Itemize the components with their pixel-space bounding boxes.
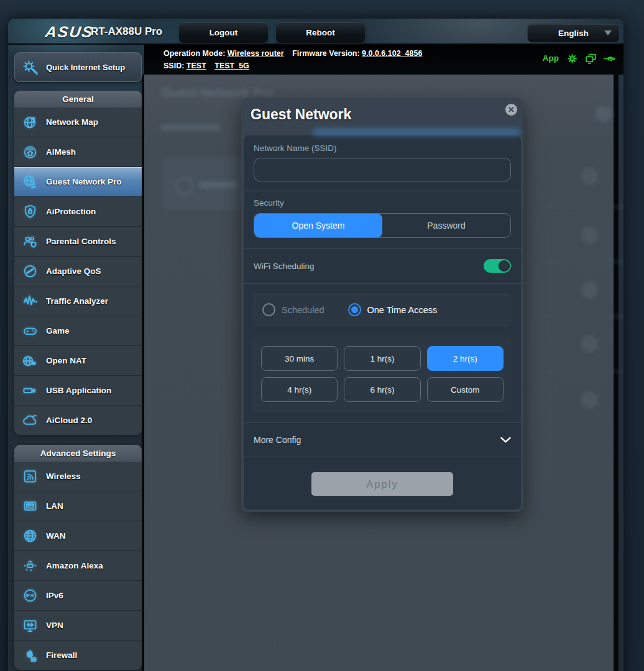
gear-icon[interactable] <box>566 52 579 65</box>
sidebar-item-label: WAN <box>46 531 66 541</box>
more-config-label: More Config <box>254 435 301 445</box>
apply-button[interactable]: Apply <box>311 472 453 496</box>
sidebar-item-label: Wireless <box>46 472 80 481</box>
content-area: Guest Network Pro Guest Network ✕ <box>142 75 619 671</box>
sidebar-item-traffic-analyzer[interactable]: Traffic Analyzer <box>14 286 142 316</box>
game-icon <box>22 322 39 339</box>
logout-button[interactable]: Logout <box>178 22 269 43</box>
duration-button-2-hr-s[interactable]: 2 hr(s) <box>427 346 504 371</box>
row-divider-blurred <box>542 371 623 372</box>
ssid-link-1[interactable]: TEST <box>186 62 206 70</box>
toggle-knob <box>499 260 510 272</box>
sidebar-item-quick-internet-setup[interactable]: Quick Internet Setup <box>14 52 142 82</box>
section-header-general: General <box>14 91 142 107</box>
sidebar-item-label: Adaptive QoS <box>46 267 101 276</box>
firmware-label: Firmware Version: <box>292 49 359 58</box>
sidebar-item-amazon-alexa[interactable]: Amazon Alexa <box>14 551 142 581</box>
sidebar-item-label: USB Application <box>46 386 111 395</box>
radio-icon <box>348 303 361 316</box>
app-link[interactable]: App <box>543 53 559 63</box>
chevron-down-icon <box>500 437 511 443</box>
duration-button-4-hr-s[interactable]: 4 hr(s) <box>261 377 338 402</box>
firmware-link[interactable]: 9.0.0.6.102_4856 <box>362 49 422 58</box>
sidebar-item-label: Parental Controls <box>46 237 116 246</box>
schedule-mode-one-time-access[interactable]: One Time Access <box>348 303 438 316</box>
sidebar-item-wireless[interactable]: Wireless <box>14 462 142 491</box>
sidebar-item-label: Guest Network Pro <box>46 177 122 186</box>
sidebar-item-label: AiMesh <box>46 147 76 157</box>
row-gear-icon-blurred <box>581 168 598 185</box>
sidebar-item-parental-controls[interactable]: Parental Controls <box>14 227 142 257</box>
close-icon[interactable]: ✕ <box>505 104 517 116</box>
sidebar-item-wan[interactable]: WAN <box>14 521 142 551</box>
radio-label: One Time Access <box>367 305 438 315</box>
sidebar-item-firewall[interactable]: Firewall <box>14 641 142 670</box>
sidebar-item-open-nat[interactable]: Open NAT <box>14 346 142 376</box>
wifi-scheduling-toggle[interactable] <box>484 259 511 273</box>
row-gear-icon-blurred <box>581 391 598 408</box>
sidebar-item-aiprotection[interactable]: AiProtection <box>14 197 142 227</box>
ssid-link-2[interactable]: TEST_5G <box>214 62 249 70</box>
language-dropdown[interactable]: English <box>527 24 620 43</box>
more-config-row[interactable]: More Config <box>244 423 521 457</box>
alexa-icon <box>22 557 39 574</box>
reboot-button[interactable]: Reboot <box>275 22 366 43</box>
sidebar-item-lan[interactable]: LAN <box>14 491 142 521</box>
quick-setup-icon <box>21 58 40 76</box>
ssid-field-label: Network Name (SSID) <box>254 144 511 153</box>
sidebar-section-general: GeneralNetwork MapAiMeshGuest Network Pr… <box>14 91 142 435</box>
router-model: RT-AX88U Pro <box>91 25 162 38</box>
wifi-scheduling-label: WiFi Scheduling <box>254 262 315 271</box>
security-option-open-system[interactable]: Open System <box>254 214 382 237</box>
ipv6-icon: IPV6 <box>22 587 39 604</box>
sidebar-item-usb-application[interactable]: USB Application <box>14 376 142 406</box>
sidebar-item-label: AiCloud 2.0 <box>46 416 92 425</box>
network-map-icon <box>22 114 39 130</box>
vpn-icon <box>22 617 39 634</box>
security-section: Security Open SystemPassword <box>244 191 521 249</box>
sidebar-item-label: Amazon Alexa <box>46 561 103 570</box>
router-info: Operation Mode: Wireless router Firmware… <box>163 47 422 72</box>
schedule-mode-group: ScheduledOne Time Access <box>252 293 512 327</box>
duration-button-6-hr-s[interactable]: 6 hr(s) <box>344 377 420 402</box>
operation-mode-link[interactable]: Wireless router <box>228 49 284 58</box>
sidebar-item-aimesh[interactable]: AiMesh <box>14 137 142 167</box>
app-header: ASUS RT-AX88U Pro Logout Reboot English <box>8 19 623 43</box>
schedule-section: ScheduledOne Time Access 30 mins1 hr(s)2… <box>244 284 521 422</box>
duration-group: 30 mins1 hr(s)2 hr(s)4 hr(s)6 hr(s)Custo… <box>252 336 512 413</box>
radio-label: Scheduled <box>282 305 324 315</box>
help-icon-blurred <box>596 106 612 122</box>
sidebar-item-ipv6[interactable]: IPV6IPv6 <box>14 581 142 611</box>
sidebar-item-label: VPN <box>46 621 63 630</box>
duration-button-30-mins[interactable]: 30 mins <box>261 346 338 371</box>
sidebar-item-network-map[interactable]: Network Map <box>14 107 142 137</box>
sidebar-item-game[interactable]: Game <box>14 316 142 346</box>
asus-logo: ASUS <box>44 23 95 41</box>
modal-footer: Apply <box>244 457 521 509</box>
sidebar-item-vpn[interactable]: VPN <box>14 611 142 641</box>
parental-icon <box>22 233 39 250</box>
security-option-password[interactable]: Password <box>382 214 510 237</box>
ssid-label: SSID: <box>163 62 184 70</box>
schedule-mode-scheduled[interactable]: Scheduled <box>262 303 324 316</box>
ssid-input[interactable] <box>254 158 511 181</box>
sidebar-item-adaptive-qos[interactable]: Adaptive QoS <box>14 257 142 286</box>
sidebar-item-label: Firewall <box>46 650 77 660</box>
sidebar-section-advanced-settings: Advanced SettingsWirelessLANWANAmazon Al… <box>14 445 142 670</box>
row-divider-blurred <box>542 206 623 208</box>
screens-icon[interactable] <box>584 52 597 65</box>
chevron-down-icon <box>604 30 612 35</box>
sidebar-item-guest-network-pro[interactable]: Guest Network Pro <box>14 167 142 197</box>
svg-text:IPV6: IPV6 <box>26 593 35 598</box>
aiprotection-icon <box>22 203 39 220</box>
sidebar-item-label: Open NAT <box>46 356 86 365</box>
duration-button-1-hr-s[interactable]: 1 hr(s) <box>344 346 420 371</box>
language-label: English <box>558 29 589 38</box>
usb-icon[interactable] <box>603 52 616 65</box>
sidebar-item-aicloud-2-0[interactable]: AiCloud 2.0 <box>14 406 142 435</box>
row-divider-blurred <box>542 261 623 262</box>
duration-button-custom[interactable]: Custom <box>427 377 504 402</box>
firewall-icon <box>22 647 39 664</box>
sidebar-item-label: Traffic Analyzer <box>46 296 108 306</box>
wan-icon <box>22 527 39 544</box>
